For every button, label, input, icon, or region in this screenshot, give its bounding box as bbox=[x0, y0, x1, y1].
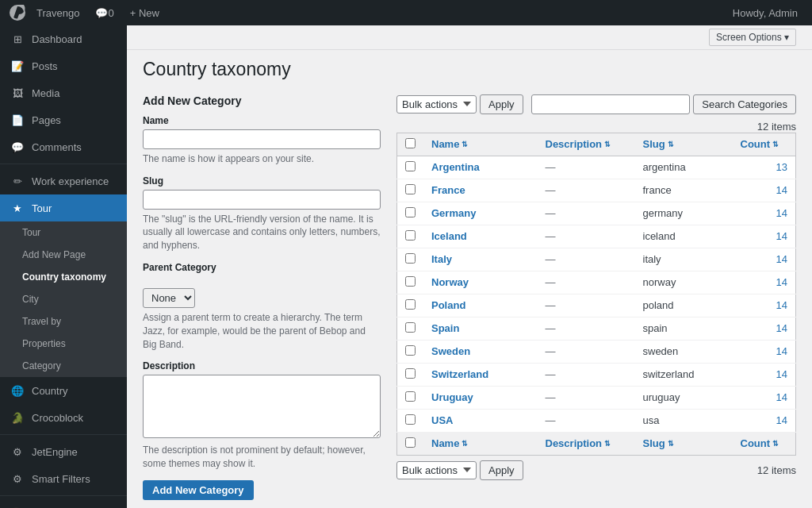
sidebar-item-media[interactable]: 🖼 Media bbox=[0, 79, 127, 106]
row-checkbox-0[interactable] bbox=[405, 161, 416, 171]
row-checkbox-5[interactable] bbox=[405, 276, 416, 287]
row-name-link-5[interactable]: Norway bbox=[431, 276, 469, 288]
bulk-actions-select-bottom[interactable]: Bulk actions bbox=[396, 461, 477, 479]
adminbar-new[interactable]: + New bbox=[122, 0, 167, 25]
name-input[interactable] bbox=[143, 129, 381, 149]
name-field: Name The name is how it appears on your … bbox=[143, 115, 381, 166]
row-count-link-10[interactable]: 14 bbox=[776, 391, 787, 403]
submenu-item-category[interactable]: Category bbox=[0, 355, 127, 377]
apply-button-top[interactable]: Apply bbox=[480, 94, 523, 114]
row-count-link-5[interactable]: 14 bbox=[776, 276, 787, 288]
sidebar-item-posts[interactable]: 📝 Posts bbox=[0, 52, 127, 79]
bulk-actions-select-top[interactable]: Bulk actions bbox=[396, 95, 477, 114]
menu-separator-2 bbox=[0, 434, 127, 435]
row-name-link-6[interactable]: Poland bbox=[431, 299, 465, 311]
slug-input[interactable] bbox=[143, 190, 381, 210]
row-checkbox-6[interactable] bbox=[405, 299, 416, 310]
sort-name-link[interactable]: Name ⇅ bbox=[431, 138, 530, 150]
sort-slug-link[interactable]: Slug ⇅ bbox=[643, 138, 725, 150]
sidebar-item-comments[interactable]: 💬 Comments bbox=[0, 133, 127, 160]
row-checkbox-2[interactable] bbox=[405, 207, 416, 217]
row-count-link-4[interactable]: 14 bbox=[776, 253, 787, 265]
row-count-link-3[interactable]: 14 bbox=[776, 230, 787, 242]
row-checkbox-7[interactable] bbox=[405, 322, 416, 333]
sidebar-item-jetengine[interactable]: ⚙ JetEngine bbox=[0, 438, 127, 465]
row-count-link-11[interactable]: 14 bbox=[776, 414, 787, 426]
sort-count-arrow-bottom: ⇅ bbox=[772, 440, 779, 448]
row-description-cell: — bbox=[538, 386, 635, 409]
add-new-category-button[interactable]: Add New Category bbox=[143, 480, 254, 500]
comments-icon: 💬 bbox=[10, 139, 25, 155]
sort-description-link-bottom[interactable]: Description ⇅ bbox=[546, 437, 627, 449]
row-checkbox-11[interactable] bbox=[405, 414, 416, 425]
row-checkbox-8[interactable] bbox=[405, 345, 416, 356]
description-textarea[interactable] bbox=[143, 375, 381, 438]
sidebar-item-country[interactable]: 🌐 Country bbox=[0, 377, 127, 404]
row-name-link-9[interactable]: Switzerland bbox=[431, 368, 488, 380]
row-name-link-3[interactable]: Iceland bbox=[431, 230, 467, 242]
submenu-item-travel-by[interactable]: Travel by bbox=[0, 310, 127, 333]
row-name-link-4[interactable]: Italy bbox=[431, 253, 452, 265]
select-all-checkbox-top[interactable] bbox=[405, 138, 416, 148]
row-name-cell: Argentina bbox=[423, 156, 538, 179]
smart-filters-icon: ⚙ bbox=[10, 471, 25, 487]
sort-slug-link-bottom[interactable]: Slug ⇅ bbox=[643, 437, 725, 449]
sort-count-link-bottom[interactable]: Count ⇅ bbox=[741, 437, 788, 449]
row-name-link-2[interactable]: Germany bbox=[431, 207, 476, 219]
adminbar-comments[interactable]: 💬 0 bbox=[87, 0, 121, 25]
apply-button-bottom[interactable]: Apply bbox=[480, 460, 523, 480]
row-count-link-7[interactable]: 14 bbox=[776, 322, 787, 334]
sidebar-item-tour[interactable]: ★ Tour bbox=[0, 194, 127, 221]
sidebar-item-crocoblock[interactable]: 🐊 Crocoblock bbox=[0, 404, 127, 431]
row-checkbox-10[interactable] bbox=[405, 391, 416, 402]
row-count-link-6[interactable]: 14 bbox=[776, 299, 787, 311]
adminbar-howdy[interactable]: Howdy, Admin bbox=[725, 0, 806, 25]
submenu-item-city[interactable]: City bbox=[0, 288, 127, 310]
row-name-link-7[interactable]: Spain bbox=[431, 322, 459, 334]
submenu-item-country-taxonomy[interactable]: Country taxonomy bbox=[0, 266, 127, 288]
search-categories-button[interactable]: Search Categories bbox=[693, 94, 796, 114]
submenu-item-add-new-page[interactable]: Add New Page bbox=[0, 244, 127, 266]
sidebar-item-work-experience[interactable]: ✏ Work experience bbox=[0, 167, 127, 194]
page-title: Country taxonomy bbox=[143, 58, 796, 82]
search-categories-input[interactable] bbox=[531, 94, 690, 114]
sidebar-item-appearance[interactable]: 🎨 Appearance bbox=[0, 499, 127, 508]
wp-logo[interactable] bbox=[6, 0, 29, 25]
sidebar-item-smart-filters[interactable]: ⚙ Smart Filters bbox=[0, 465, 127, 492]
sidebar-item-dashboard[interactable]: ⊞ Dashboard bbox=[0, 25, 127, 52]
row-count-link-8[interactable]: 14 bbox=[776, 345, 787, 357]
table-row: Argentina — argentina 13 bbox=[397, 156, 796, 179]
screen-options-button[interactable]: Screen Options ▾ bbox=[709, 29, 796, 46]
description-field: Description The description is not promi… bbox=[143, 360, 381, 471]
slug-field: Slug The "slug" is the URL-friendly vers… bbox=[143, 175, 381, 252]
row-checkbox-1[interactable] bbox=[405, 184, 416, 194]
row-name-link-11[interactable]: USA bbox=[431, 414, 453, 426]
row-count-cell: 14 bbox=[733, 386, 796, 409]
table-row: Sweden — sweden 14 bbox=[397, 340, 796, 363]
row-name-link-0[interactable]: Argentina bbox=[431, 161, 480, 173]
parent-select[interactable]: None bbox=[143, 288, 195, 308]
select-all-checkbox-bottom[interactable] bbox=[405, 437, 416, 448]
row-name-link-10[interactable]: Uruguay bbox=[431, 391, 473, 403]
row-checkbox-4[interactable] bbox=[405, 253, 416, 264]
adminbar-site[interactable]: Travengo bbox=[29, 0, 87, 25]
sort-count-link[interactable]: Count ⇅ bbox=[741, 138, 788, 150]
row-checkbox-3[interactable] bbox=[405, 230, 416, 241]
sidebar-item-pages[interactable]: 📄 Pages bbox=[0, 106, 127, 133]
parent-category-field: Parent Category None Assign a parent ter… bbox=[143, 262, 381, 351]
row-slug-3: iceland bbox=[643, 230, 676, 242]
categories-table: Name ⇅ Description ⇅ Slug ⇅ Count ⇅ bbox=[396, 133, 796, 456]
row-checkbox-9[interactable] bbox=[405, 368, 416, 379]
row-slug-10: uruguay bbox=[643, 391, 680, 403]
row-name-link-8[interactable]: Sweden bbox=[431, 345, 470, 357]
row-count-link-2[interactable]: 14 bbox=[776, 207, 787, 219]
row-count-link-1[interactable]: 14 bbox=[776, 184, 787, 196]
row-name-cell: Spain bbox=[423, 317, 538, 340]
row-name-link-1[interactable]: France bbox=[431, 184, 465, 196]
sort-name-link-bottom[interactable]: Name ⇅ bbox=[431, 437, 530, 449]
sort-description-link[interactable]: Description ⇅ bbox=[546, 138, 627, 150]
row-count-link-0[interactable]: 13 bbox=[776, 161, 787, 173]
submenu-item-properties[interactable]: Properties bbox=[0, 333, 127, 355]
submenu-item-tour[interactable]: Tour bbox=[0, 221, 127, 244]
row-count-link-9[interactable]: 14 bbox=[776, 368, 787, 380]
